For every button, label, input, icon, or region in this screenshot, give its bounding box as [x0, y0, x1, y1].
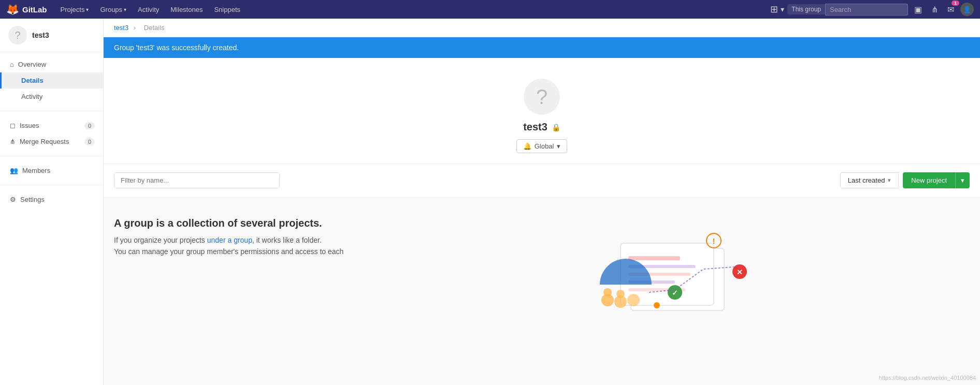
- sidebar-item-members[interactable]: 👥 Members: [0, 162, 103, 179]
- panels-icon[interactable]: ▣: [911, 3, 925, 17]
- chevron-down-icon: ▾: [781, 5, 784, 13]
- home-icon: ⌂: [10, 61, 14, 68]
- notifications-icon[interactable]: ✉ 1: [944, 3, 957, 17]
- sidebar-settings-section: ⚙ Settings: [0, 187, 103, 212]
- empty-line1: If you organize your projects under a gr…: [114, 234, 343, 246]
- this-group-label: This group: [787, 4, 825, 14]
- svg-text:✕: ✕: [737, 268, 743, 276]
- lock-icon: 🔒: [552, 123, 560, 131]
- sidebar-item-merge-requests[interactable]: ⋔ Merge Requests 0: [0, 134, 103, 150]
- brand-logo[interactable]: 🦊 GitLab: [6, 3, 47, 16]
- group-header: ? test3 🔒 🔔 Global ▾: [104, 58, 980, 164]
- top-navigation: 🦊 GitLab Projects ▾ Groups ▾ Activity Mi…: [0, 0, 980, 19]
- sidebar-item-activity[interactable]: Activity: [0, 88, 103, 105]
- breadcrumb-separator: ›: [134, 24, 136, 32]
- nav-groups[interactable]: Groups ▾: [95, 4, 132, 16]
- sidebar-item-details[interactable]: Details: [0, 72, 103, 88]
- sidebar-item-issues[interactable]: ◻ Issues 0: [0, 117, 103, 134]
- illustration-svg: ✓ ✕ !: [569, 217, 766, 321]
- issues-badge: 0: [84, 122, 95, 129]
- sort-label: Last created: [848, 176, 885, 184]
- success-banner: Group 'test3' was successfully created.: [104, 37, 980, 58]
- breadcrumb-parent[interactable]: test3: [114, 24, 128, 32]
- notification-button[interactable]: 🔔 Global ▾: [516, 139, 568, 153]
- sidebar-group-name: test3: [32, 31, 49, 39]
- chevron-down-icon: ▾: [888, 177, 891, 184]
- chevron-down-icon: ▾: [557, 142, 560, 150]
- group-name-row: test3 🔒: [523, 121, 560, 133]
- filter-input[interactable]: [114, 172, 280, 188]
- watermark: https://blog.csdn.net/weixin_40100084: [879, 375, 976, 381]
- sidebar-members-section: 👥 Members: [0, 158, 103, 183]
- filter-right: Last created ▾ New project ▾: [840, 172, 970, 188]
- new-item-button[interactable]: ⊞ ▾: [768, 3, 784, 16]
- breadcrumb: test3 › Details: [104, 19, 980, 37]
- empty-line2: You can manage your group member's permi…: [114, 246, 343, 257]
- sidebar-divider-3: [0, 185, 103, 185]
- nav-snippets[interactable]: Snippets: [209, 4, 246, 16]
- empty-state: A group is a collection of several proje…: [104, 197, 980, 342]
- svg-rect-2: [628, 256, 680, 260]
- nav-activity[interactable]: Activity: [133, 4, 164, 16]
- breadcrumb-current: Details: [144, 24, 165, 32]
- sidebar: ? test3 ⌂ Overview Details Activity: [0, 19, 104, 385]
- merge-request-icon[interactable]: ⋔: [928, 3, 941, 17]
- sidebar-overview-section: ⌂ Overview Details Activity: [0, 52, 103, 109]
- nav-right-icons: ⊞ ▾ This group ▣ ⋔ ✉ 1 👤: [768, 3, 974, 17]
- gitlab-fox-icon: 🦊: [6, 3, 19, 16]
- nav-items: Projects ▾ Groups ▾ Activity Milestones …: [55, 4, 769, 16]
- svg-point-18: [654, 302, 660, 308]
- svg-point-10: [616, 290, 625, 298]
- empty-illustration: ✓ ✕ !: [364, 217, 970, 321]
- empty-link[interactable]: under a group: [207, 236, 252, 244]
- chevron-down-icon: ▾: [86, 7, 89, 12]
- empty-title: A group is a collection of several proje…: [114, 217, 343, 229]
- sidebar-group-avatar: ?: [8, 26, 27, 45]
- nav-projects[interactable]: Projects ▾: [55, 4, 94, 16]
- user-avatar[interactable]: 👤: [960, 3, 974, 16]
- group-avatar: ?: [524, 79, 560, 115]
- new-project-dropdown-button[interactable]: ▾: [955, 172, 970, 188]
- success-message: Group 'test3' was successfully created.: [114, 43, 239, 52]
- sidebar-item-settings[interactable]: ⚙ Settings: [0, 191, 103, 208]
- svg-text:!: !: [712, 237, 715, 245]
- sidebar-header: ? test3: [0, 19, 103, 52]
- search-input[interactable]: [825, 4, 908, 16]
- svg-point-11: [627, 294, 640, 306]
- nav-milestones[interactable]: Milestones: [165, 4, 208, 16]
- brand-name: GitLab: [22, 5, 47, 14]
- new-project-button-group: New project ▾: [903, 172, 970, 188]
- new-project-button[interactable]: New project: [903, 172, 955, 188]
- chevron-down-icon: ▾: [124, 7, 126, 12]
- sidebar-divider-2: [0, 156, 103, 156]
- empty-text: A group is a collection of several proje…: [114, 217, 343, 258]
- merge-request-icon: ⋔: [10, 138, 16, 145]
- page-wrap: ? test3 ⌂ Overview Details Activity: [0, 19, 980, 385]
- sidebar-issues-section: ◻ Issues 0 ⋔ Merge Requests 0: [0, 113, 103, 154]
- settings-icon: ⚙: [10, 196, 16, 203]
- sidebar-item-overview[interactable]: ⌂ Overview: [0, 56, 103, 72]
- sidebar-divider: [0, 111, 103, 111]
- search-group: This group: [787, 4, 908, 16]
- bell-icon: 🔔: [523, 142, 531, 150]
- filter-row: Last created ▾ New project ▾: [104, 164, 980, 197]
- svg-point-8: [603, 288, 612, 297]
- members-icon: 👥: [10, 167, 18, 174]
- issues-icon: ◻: [10, 122, 16, 129]
- sort-button[interactable]: Last created ▾: [840, 172, 899, 188]
- group-name: test3: [523, 121, 547, 133]
- main-content: test3 › Details Group 'test3' was succes…: [104, 19, 980, 385]
- merge-requests-badge: 0: [84, 138, 95, 145]
- notification-label: Global: [535, 142, 554, 150]
